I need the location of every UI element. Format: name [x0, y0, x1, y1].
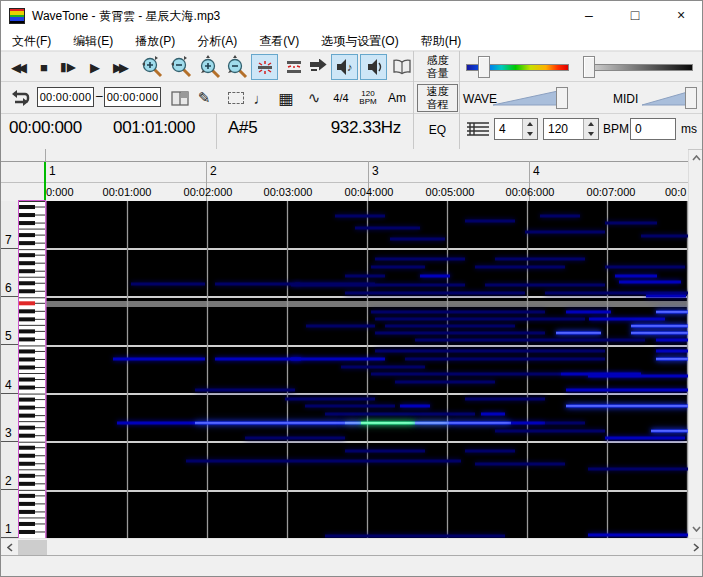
zoom-out-vertical-button[interactable]	[225, 54, 249, 80]
menu-view[interactable]: 查看(V)	[248, 31, 310, 51]
octave-label: 5	[5, 329, 12, 343]
key-button[interactable]: Am	[385, 85, 409, 111]
zoom-out-vertical-icon	[225, 55, 249, 79]
time-signature-button[interactable]: 4/4	[329, 85, 353, 111]
play-wave-sound-button[interactable]: ♪	[331, 54, 358, 80]
auto-scroll-button[interactable]	[307, 54, 329, 80]
bpm-spinner[interactable]: 120	[543, 118, 599, 140]
measure-number: 3	[372, 164, 379, 178]
bpm-unit-label: BPM	[603, 122, 629, 136]
peak-highlight-button[interactable]	[251, 54, 278, 80]
wave-volume-label: WAVE	[463, 92, 497, 106]
menu-file[interactable]: 文件(F)	[1, 31, 62, 51]
beats-spinner[interactable]: 4	[494, 118, 538, 140]
zoom-in-horizontal-button[interactable]	[138, 54, 166, 80]
score-book-button[interactable]	[390, 54, 414, 80]
rewind-icon: ◀◀	[11, 60, 23, 75]
measure-number: 4	[533, 164, 540, 178]
stop-button[interactable]: ■	[34, 54, 54, 80]
close-button[interactable]: ×	[658, 1, 703, 31]
spectrogram-canvas[interactable]	[45, 201, 688, 538]
chevron-down-icon	[692, 526, 701, 532]
volume-slider-handle[interactable]	[583, 56, 595, 78]
menu-options[interactable]: 选项与设置(O)	[310, 31, 409, 51]
sensitivity-slider-handle[interactable]	[478, 56, 490, 78]
peak-highlight-all-icon	[284, 58, 304, 76]
time-label: 00:04:000	[345, 186, 394, 198]
volume-slider[interactable]	[586, 64, 693, 71]
playhead-marker[interactable]	[44, 162, 46, 201]
grid-view-button[interactable]: ▦	[274, 85, 298, 111]
fast-forward-button[interactable]: ▶▶	[108, 54, 134, 80]
time-label: 00:07:000	[587, 186, 636, 198]
loop-icon	[9, 89, 31, 107]
minimize-button[interactable]: –	[566, 1, 612, 31]
svg-text:♪: ♪	[347, 61, 353, 73]
beats-up-button[interactable]	[523, 119, 537, 129]
beats-value: 4	[495, 119, 522, 139]
rewind-button[interactable]: ◀◀	[6, 54, 32, 80]
horizontal-scrollbar[interactable]	[1, 538, 703, 555]
vertical-scroll-track[interactable]	[689, 166, 703, 521]
current-time-display: 00:00:000	[9, 118, 82, 138]
split-view-button[interactable]	[168, 85, 192, 111]
chevron-left-icon	[7, 543, 13, 552]
waveform-view-button[interactable]: ∿	[303, 85, 325, 111]
measure-grid-icon	[466, 121, 490, 137]
menu-play[interactable]: 播放(P)	[124, 31, 186, 51]
quarter-note-icon: ♩	[254, 90, 269, 107]
select-region-button[interactable]	[225, 85, 247, 111]
time-label: 0:000	[46, 186, 74, 198]
scroll-right-button[interactable]	[687, 539, 703, 556]
beats-down-button[interactable]	[523, 129, 537, 139]
menu-help[interactable]: 帮助(H)	[410, 31, 473, 51]
piano-keyboard[interactable]	[19, 201, 45, 538]
status-bar	[1, 555, 703, 577]
zoom-out-horizontal-button[interactable]	[168, 54, 194, 80]
auto-scroll-icon	[309, 59, 327, 75]
speaker-icon	[364, 58, 384, 76]
note-input-button[interactable]: ♩	[253, 85, 269, 111]
midi-volume-handle[interactable]	[685, 87, 697, 109]
time-label: 00:01:000	[103, 186, 152, 198]
bpm-up-button[interactable]	[584, 119, 598, 129]
tab-sensitivity-volume[interactable]: 感度 音量	[417, 53, 458, 81]
offset-input[interactable]: 0	[630, 118, 676, 140]
timeline-ruler[interactable]: 1 2 3 4 0:000 00:01:000 00:02:000 00:03:…	[1, 149, 688, 201]
scroll-up-button[interactable]	[689, 150, 703, 166]
edit-pencil-button[interactable]: ✎	[195, 85, 213, 111]
range-dash: –	[96, 89, 103, 103]
midi-volume-label: MIDI	[613, 92, 638, 106]
pause-play-button[interactable]: ▮▶	[57, 54, 79, 80]
wave-volume-wedge[interactable]	[493, 88, 559, 106]
chevron-right-icon	[693, 543, 699, 552]
maximize-button[interactable]: □	[612, 1, 658, 31]
tempo-button[interactable]: 120BPM	[355, 85, 381, 111]
vertical-scrollbar[interactable]	[688, 150, 703, 538]
octave-label: 2	[5, 474, 12, 488]
loop-start-field[interactable]: 00:00:000	[37, 87, 94, 107]
peak-highlight-icon	[255, 58, 275, 76]
tab-eq[interactable]: EQ	[417, 115, 458, 145]
play-midi-sound-button[interactable]	[360, 54, 387, 80]
zoom-in-vertical-icon	[198, 55, 222, 79]
chevron-up-icon	[692, 155, 701, 161]
scroll-down-button[interactable]	[689, 521, 703, 537]
grid-icon: ▦	[278, 89, 293, 108]
time-label: 00:03:000	[264, 186, 313, 198]
app-window: WaveTone - 黄霄雲 - 星辰大海.mp3 – □ × 文件(F)编辑(…	[0, 0, 703, 577]
wave-volume-handle[interactable]	[556, 87, 568, 109]
peak-highlight-all-button[interactable]	[281, 54, 306, 80]
scroll-left-button[interactable]	[1, 539, 18, 556]
loop-end-field[interactable]: 00:00:000	[104, 87, 161, 107]
bpm-down-button[interactable]	[584, 129, 598, 139]
tab-speed-pitch[interactable]: 速度 音程	[417, 84, 458, 112]
loop-button[interactable]	[7, 85, 33, 111]
tempo-label: 120BPM	[359, 90, 376, 106]
split-view-icon	[171, 91, 189, 106]
horizontal-scroll-thumb[interactable]	[18, 540, 47, 555]
menu-analyze[interactable]: 分析(A)	[186, 31, 248, 51]
zoom-in-vertical-button[interactable]	[197, 54, 223, 80]
play-button[interactable]: ▶	[85, 54, 105, 80]
menu-edit[interactable]: 编辑(E)	[62, 31, 124, 51]
